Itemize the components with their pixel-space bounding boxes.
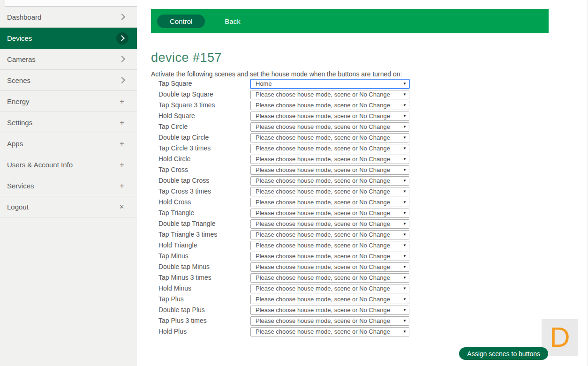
selected-option-text: Please choose house mode, scene or No Ch… (256, 166, 390, 173)
selected-option-text: Please choose house mode, scene or No Ch… (256, 242, 390, 249)
scene-select-dropdown[interactable]: Please choose house mode, scene or No Ch… (250, 327, 409, 336)
scene-select-dropdown[interactable]: Please choose house mode, scene or No Ch… (250, 241, 409, 250)
selected-option-text: Please choose house mode, scene or No Ch… (256, 209, 390, 217)
scene-select-dropdown[interactable]: Please choose house mode, scene or No Ch… (250, 90, 409, 99)
button-action-label: Tap Square (151, 79, 250, 88)
dropdown-arrow-icon: ▼ (403, 166, 407, 174)
scene-select-dropdown[interactable]: Please choose house mode, scene or No Ch… (250, 316, 409, 326)
dropdown-arrow-icon: ▼ (403, 274, 407, 282)
scene-select-dropdown[interactable]: Please choose house mode, scene or No Ch… (250, 155, 409, 164)
plus-icon: + (120, 119, 124, 127)
selected-option-text: Please choose house mode, scene or No Ch… (256, 296, 390, 303)
sidebar-item-services[interactable]: Services + (0, 175, 137, 196)
dropdown-arrow-icon: ▼ (403, 123, 407, 131)
selected-option-text: Please choose house mode, scene or No Ch… (256, 145, 390, 152)
scene-select-dropdown[interactable]: Please choose house mode, scene or No Ch… (250, 112, 409, 121)
sidebar-item-energy[interactable]: Energy + (0, 91, 137, 112)
plus-icon: + (120, 182, 124, 190)
sidebar-menu: Dashboard Devices Cameras Scenes Energy … (0, 7, 137, 217)
sidebar-item-dashboard[interactable]: Dashboard (0, 7, 137, 28)
sidebar-item-settings[interactable]: Settings + (0, 112, 137, 133)
dropdown-arrow-icon: ▼ (403, 295, 407, 304)
button-action-label: Double tap Plus (151, 306, 250, 314)
sidebar-item-label: Logout (7, 203, 29, 211)
scene-row: Tap Plus Please choose house mode, scene… (151, 295, 432, 306)
button-action-label: Tap Minus (151, 252, 250, 261)
sidebar-item-apps[interactable]: Apps + (0, 133, 137, 154)
selected-option-text: Please choose house mode, scene or No Ch… (256, 134, 390, 141)
sidebar-item-scenes[interactable]: Scenes (0, 70, 137, 91)
dropdown-arrow-icon: ▼ (403, 284, 407, 293)
control-tab[interactable]: Control (157, 15, 205, 28)
sidebar-item-devices[interactable]: Devices (0, 28, 137, 49)
scene-select-dropdown[interactable]: Please choose house mode, scene or No Ch… (250, 284, 409, 293)
scene-row: Hold Circle Please choose house mode, sc… (151, 155, 432, 165)
sidebar-item-label: Services (7, 182, 34, 190)
scene-select-dropdown[interactable]: Please choose house mode, scene or No Ch… (250, 306, 409, 315)
sidebar-item-logout[interactable]: Logout ✕ (0, 196, 137, 217)
assign-scenes-button[interactable]: Assign scenes to buttons (459, 347, 548, 360)
scene-select-dropdown[interactable]: Please choose house mode, scene or No Ch… (250, 295, 409, 304)
button-action-label: Tap Circle (151, 122, 250, 131)
plus-icon: + (120, 161, 124, 169)
scene-row: Tap Triangle 3 times Please choose house… (151, 230, 432, 241)
scene-select-dropdown[interactable]: Please choose house mode, scene or No Ch… (250, 209, 409, 218)
scene-select-dropdown[interactable]: Please choose house mode, scene or No Ch… (250, 122, 409, 132)
scene-row: Tap Circle 3 times Please choose house m… (151, 144, 432, 155)
instruction-text: Activate the following scenes and set th… (151, 70, 402, 78)
scene-select-dropdown[interactable]: Please choose house mode, scene or No Ch… (250, 262, 409, 272)
sidebar-item-label: Cameras (7, 55, 36, 63)
button-action-label: Hold Plus (151, 327, 250, 336)
button-action-label: Double tap Triangle (151, 219, 250, 228)
scene-select-dropdown[interactable]: Home ▼ (250, 79, 409, 89)
selected-option-text: Please choose house mode, scene or No Ch… (256, 188, 390, 195)
scene-row: Double tap Plus Please choose house mode… (151, 306, 432, 316)
scene-row: Tap Cross Please choose house mode, scen… (151, 165, 432, 176)
scene-select-dropdown[interactable]: Please choose house mode, scene or No Ch… (250, 273, 409, 283)
selected-option-text: Please choose house mode, scene or No Ch… (256, 123, 390, 130)
scene-select-dropdown[interactable]: Please choose house mode, scene or No Ch… (250, 101, 409, 110)
chevron-right-icon (119, 14, 125, 20)
dropdown-arrow-icon: ▼ (403, 80, 407, 88)
brand-letter-d: D (550, 323, 570, 351)
chevron-right-icon (119, 56, 125, 62)
sidebar-item-users-account-info[interactable]: Users & Account Info + (0, 154, 137, 175)
scene-select-dropdown[interactable]: Please choose house mode, scene or No Ch… (250, 176, 409, 186)
scene-row: Tap Square Home ▼ (151, 79, 432, 90)
button-action-label: Tap Cross 3 times (151, 187, 250, 196)
chevron-right-icon (119, 35, 125, 41)
button-action-label: Tap Plus (151, 295, 250, 304)
button-action-label: Hold Minus (151, 284, 250, 293)
scene-select-dropdown[interactable]: Please choose house mode, scene or No Ch… (250, 219, 409, 229)
scene-select-dropdown[interactable]: Please choose house mode, scene or No Ch… (250, 252, 409, 261)
selected-option-text: Please choose house mode, scene or No Ch… (256, 177, 390, 184)
back-button[interactable]: Back (225, 17, 240, 25)
scene-select-dropdown[interactable]: Please choose house mode, scene or No Ch… (250, 187, 409, 196)
selected-option-text: Please choose house mode, scene or No Ch… (256, 285, 390, 292)
scene-row: Hold Minus Please choose house mode, sce… (151, 284, 432, 295)
dropdown-arrow-icon: ▼ (403, 144, 407, 153)
button-action-label: Double tap Minus (151, 262, 250, 271)
scene-select-dropdown[interactable]: Please choose house mode, scene or No Ch… (250, 198, 409, 207)
scene-row: Tap Minus Please choose house mode, scen… (151, 252, 432, 262)
chevron-right-icon (119, 77, 125, 83)
dropdown-arrow-icon: ▼ (403, 155, 407, 164)
scene-select-dropdown[interactable]: Please choose house mode, scene or No Ch… (250, 133, 409, 142)
button-action-label: Double tap Circle (151, 133, 250, 142)
selected-option-text: Please choose house mode, scene or No Ch… (256, 231, 390, 238)
scene-row: Double tap Triangle Please choose house … (151, 219, 432, 230)
scene-select-dropdown[interactable]: Please choose house mode, scene or No Ch… (250, 165, 409, 175)
scene-select-dropdown[interactable]: Please choose house mode, scene or No Ch… (250, 144, 409, 153)
scene-select-dropdown[interactable]: Please choose house mode, scene or No Ch… (250, 230, 409, 239)
selected-option-text: Please choose house mode, scene or No Ch… (256, 156, 390, 163)
close-icon: ✕ (119, 204, 124, 210)
dropdown-arrow-icon: ▼ (403, 241, 407, 250)
dropdown-arrow-icon: ▼ (403, 112, 407, 120)
scene-assignment-list: Tap Square Home ▼ Double tap Square Plea… (151, 79, 432, 338)
selected-option-text: Please choose house mode, scene or No Ch… (256, 220, 390, 227)
sidebar-item-cameras[interactable]: Cameras (0, 49, 137, 70)
selected-option-text: Please choose house mode, scene or No Ch… (256, 91, 390, 98)
button-action-label: Tap Minus 3 times (151, 273, 250, 282)
scene-row: Hold Plus Please choose house mode, scen… (151, 327, 432, 338)
dropdown-arrow-icon: ▼ (403, 134, 407, 142)
